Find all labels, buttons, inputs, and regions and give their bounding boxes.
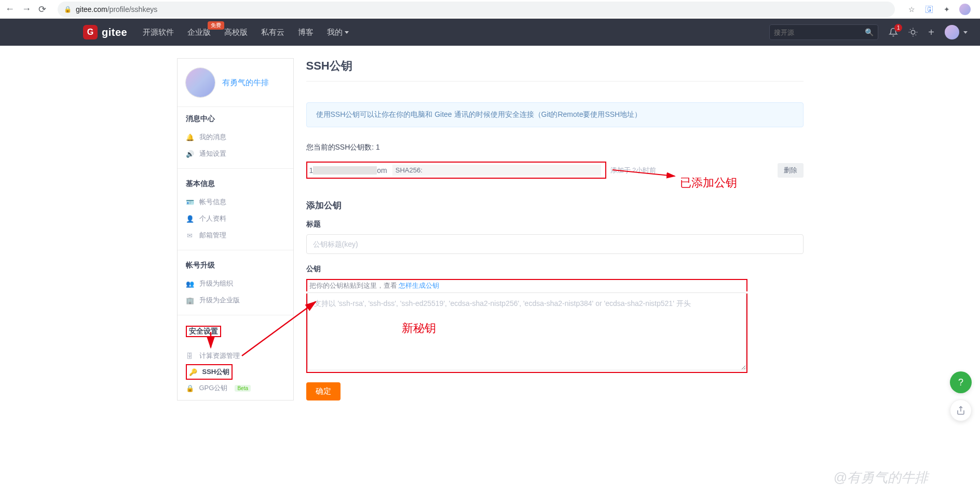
user-icon: 👤 (186, 215, 194, 223)
profile-avatar[interactable] (186, 68, 215, 97)
sidebar-item-notif-settings[interactable]: 🔊 通知设置 (186, 145, 285, 162)
sidebar-item-label: 帐号信息 (199, 197, 226, 207)
pubkey-field-label: 公钥 (306, 264, 804, 274)
sidebar-item-gpg-keys[interactable]: 🔒 GPG公钥 Beta (186, 380, 285, 396)
section-title: 安全设置 (186, 326, 221, 337)
divider (306, 81, 804, 82)
pubkey-textarea[interactable] (307, 292, 746, 370)
free-badge: 免费 (208, 21, 224, 30)
sidebar-item-upgrade-org[interactable]: 👥 升级为组织 (186, 275, 285, 292)
float-buttons: ? (950, 371, 972, 421)
user-menu[interactable] (945, 25, 968, 39)
section-basic-info: 基本信息 🪪 帐号信息 👤 个人资料 ✉ 邮箱管理 (178, 172, 293, 247)
nav-links: 开源软件 企业版 免费 高校版 私有云 博客 我的 (143, 28, 349, 37)
top-nav: G gitee 开源软件 企业版 免费 高校版 私有云 博客 我的 🔍 1 + (0, 19, 980, 46)
nav-education[interactable]: 高校版 (224, 28, 248, 37)
id-card-icon: 🪪 (186, 198, 194, 206)
sidebar-item-label: 计算资源管理 (199, 351, 240, 361)
sidebar-item-email-mgmt[interactable]: ✉ 邮箱管理 (186, 227, 285, 244)
key-fingerprint: SHA256: (392, 165, 601, 176)
notification-icon[interactable]: 1 (889, 28, 898, 37)
sidebar-item-my-messages[interactable]: 🔔 我的消息 (186, 129, 285, 145)
logo[interactable]: G gitee (83, 25, 127, 39)
reload-icon[interactable]: ⟳ (38, 4, 46, 15)
logo-icon: G (83, 25, 98, 39)
group-icon: 👥 (186, 280, 194, 288)
sidebar-item-label: 个人资料 (199, 214, 226, 223)
bell-icon: 🔔 (186, 133, 194, 141)
plus-icon[interactable]: + (928, 26, 934, 38)
count-prefix: 您当前的SSH公钥数: (306, 143, 376, 151)
section-message-center: 消息中心 🔔 我的消息 🔊 通知设置 (178, 107, 293, 165)
sidebar-item-label: 升级为企业版 (199, 296, 240, 305)
divider (178, 315, 293, 315)
sidebar-item-upgrade-enterprise[interactable]: 🏢 升级为企业版 (186, 292, 285, 309)
section-title: 消息中心 (186, 114, 285, 124)
translate-icon[interactable]: 🇬 (924, 4, 934, 15)
nav-right: 🔍 1 + (769, 24, 968, 40)
user-avatar (945, 25, 959, 39)
nav-blog[interactable]: 博客 (298, 28, 314, 37)
help-button[interactable]: ? (950, 371, 972, 393)
key-count: 您当前的SSH公钥数: 1 (306, 143, 804, 152)
profile-header: 有勇气的牛排 (178, 59, 293, 107)
browser-toolbar: ← → ⟳ 🔒 gitee.com/profile/sshkeys ☆ 🇬 ✦ (0, 0, 980, 19)
sidebar: 有勇气的牛排 消息中心 🔔 我的消息 🔊 通知设置 基本信息 🪪 帐号信息 👤 … (177, 58, 294, 400)
key-title-input[interactable] (306, 234, 804, 254)
logo-text: gitee (102, 26, 127, 38)
pubkey-helper: 把你的公钥粘贴到这里，查看 怎样生成公钥 (306, 279, 747, 291)
nav-private-cloud[interactable]: 私有云 (261, 28, 284, 37)
divider (178, 250, 293, 250)
tip-icon[interactable] (908, 28, 918, 37)
sidebar-item-account-info[interactable]: 🪪 帐号信息 (186, 194, 285, 210)
sidebar-item-personal-data[interactable]: 👤 个人资料 (186, 210, 285, 227)
forward-icon[interactable]: → (22, 4, 31, 15)
section-title: 基本信息 (186, 179, 285, 189)
search-box[interactable]: 🔍 (769, 24, 878, 40)
browser-profile-avatar[interactable] (959, 4, 971, 15)
nav-mine-label: 我的 (327, 28, 343, 37)
notification-count: 1 (894, 24, 902, 32)
section-security: 安全设置 🗄 计算资源管理 🔑 SSH公钥 🔒 GPG公钥 Beta (178, 318, 293, 399)
nav-enterprise-label: 企业版 (187, 28, 211, 36)
chevron-down-icon (963, 31, 968, 34)
star-icon[interactable]: ☆ (906, 4, 917, 15)
helper-prefix: 把你的公钥粘贴到这里，查看 (309, 282, 399, 289)
search-input[interactable] (774, 29, 865, 36)
search-icon[interactable]: 🔍 (865, 28, 874, 36)
submit-button[interactable]: 确定 (306, 382, 341, 400)
ssh-key-entry: 1xxxxxxxxxxxxxxxxxom SHA256: (306, 162, 606, 179)
nav-mine[interactable]: 我的 (327, 28, 349, 37)
server-icon: 🗄 (186, 352, 194, 360)
nav-opensource[interactable]: 开源软件 (143, 28, 174, 37)
share-button[interactable] (950, 399, 972, 421)
back-icon[interactable]: ← (5, 4, 15, 15)
nav-enterprise[interactable]: 企业版 免费 (187, 28, 211, 37)
email-suffix: om (377, 166, 387, 175)
info-banner: 使用SSH公钥可以让你在你的电脑和 Gitee 通讯的时候使用安全连接（Git的… (306, 102, 804, 127)
browser-actions: ☆ 🇬 ✦ (906, 4, 975, 15)
lock-icon: 🔒 (186, 384, 194, 392)
mail-icon: ✉ (186, 232, 194, 239)
sidebar-item-resource-mgmt[interactable]: 🗄 计算资源管理 (186, 348, 285, 364)
url-text: gitee.com/profile/sshkeys (76, 5, 157, 14)
add-key-title: 添加公钥 (306, 199, 804, 211)
building-icon: 🏢 (186, 297, 194, 304)
main-container: 有勇气的牛排 消息中心 🔔 我的消息 🔊 通知设置 基本信息 🪪 帐号信息 👤 … (170, 58, 811, 421)
profile-name[interactable]: 有勇气的牛排 (222, 78, 269, 88)
sidebar-item-label: 升级为组织 (199, 279, 233, 288)
divider (178, 168, 293, 169)
section-upgrade: 帐号升级 👥 升级为组织 🏢 升级为企业版 (178, 253, 293, 312)
sidebar-item-label: 邮箱管理 (199, 231, 226, 240)
key-icon: 🔑 (189, 368, 197, 376)
sidebar-item-label: 通知设置 (199, 149, 226, 158)
url-bar[interactable]: 🔒 gitee.com/profile/sshkeys (58, 2, 895, 17)
sidebar-item-ssh-keys[interactable]: 🔑 SSH公钥 (189, 366, 230, 378)
helper-link[interactable]: 怎样生成公钥 (399, 282, 439, 289)
content: SSH公钥 使用SSH公钥可以让你在你的电脑和 Gitee 通讯的时候使用安全连… (306, 58, 804, 400)
sidebar-item-label: GPG公钥 (199, 383, 228, 393)
svg-point-0 (911, 30, 916, 34)
delete-button[interactable]: 删除 (778, 163, 804, 178)
extension-icon[interactable]: ✦ (942, 4, 952, 15)
beta-badge: Beta (235, 385, 251, 392)
